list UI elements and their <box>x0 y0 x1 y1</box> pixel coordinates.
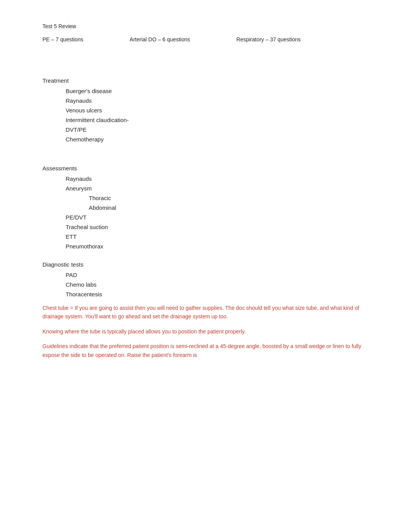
treatment-heading: Treatment <box>42 77 368 84</box>
list-item: Thoracentesis <box>66 291 368 297</box>
stat-arterial: Arterial DO – 6 questions <box>130 36 190 42</box>
list-item: PE/DVT <box>66 214 368 221</box>
list-item: Tracheal suction <box>66 224 368 230</box>
list-item: Chemotherapy <box>66 136 368 143</box>
list-item: Intermittent claudication- <box>66 117 368 123</box>
assessments-section: Assessments Raynauds Aneurysm Thoracic A… <box>42 165 368 250</box>
list-item: PAD <box>66 272 368 278</box>
assessments-heading: Assessments <box>42 165 368 172</box>
stat-pe: PE – 7 questions <box>42 36 83 42</box>
diagnostic-heading: Diagnostic tests <box>42 261 368 268</box>
page-title: Test 5 Review <box>42 23 368 29</box>
list-item: Abdominal <box>89 204 368 211</box>
list-item: Chemo labs <box>66 281 368 288</box>
list-item: DVT/PE <box>66 126 368 133</box>
red-paragraph-2: Knowing where the tube is typically plac… <box>42 327 368 336</box>
list-item: Raynauds <box>66 175 368 182</box>
list-item: Raynauds <box>66 97 368 104</box>
red-paragraph-3: Guidelines indicate that the preferred p… <box>42 342 368 359</box>
list-item: Aneurysm <box>66 185 368 192</box>
list-item: ETT <box>66 233 368 240</box>
stats-row: PE – 7 questions Arterial DO – 6 questio… <box>42 36 368 42</box>
stat-respiratory: Respiratory – 37 questions <box>236 36 301 42</box>
list-item: Buerger's disease <box>66 88 368 94</box>
list-item: Pneumothorax <box>66 243 368 250</box>
treatment-section: Treatment Buerger's disease Raynauds Ven… <box>42 77 368 143</box>
list-item: Thoracic <box>89 195 368 201</box>
red-paragraph-1: Chest tube = If you are going to assist … <box>42 304 368 321</box>
list-item: Venous ulcers <box>66 107 368 114</box>
diagnostic-section: Diagnostic tests PAD Chemo labs Thoracen… <box>42 261 368 297</box>
